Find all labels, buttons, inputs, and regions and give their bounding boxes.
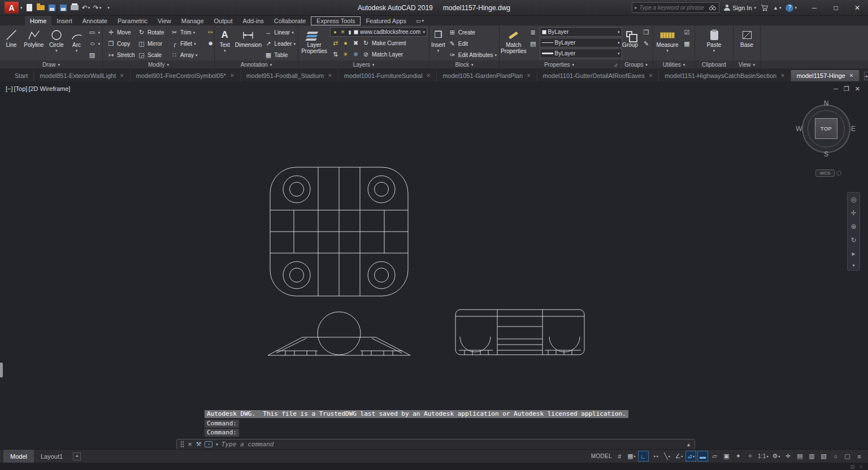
rotate-button[interactable]: ↻Rotate: [136, 27, 169, 38]
panel-title-view[interactable]: View▾: [734, 60, 760, 68]
text-button[interactable]: A Text ▾: [216, 27, 233, 60]
close-tab-icon[interactable]: ✕: [649, 73, 653, 79]
minimize-button[interactable]: ─: [804, 0, 825, 15]
clean-screen-icon[interactable]: ▢: [842, 451, 853, 462]
filter-icon[interactable]: ▧: [818, 451, 829, 462]
array-button[interactable]: ∷Array▾: [169, 49, 204, 60]
command-line-bar[interactable]: ✕ ⚒ › ▾ ▲: [176, 439, 695, 449]
ortho-mode-icon[interactable]: ∟: [638, 451, 649, 462]
measure-button[interactable]: Measure ▾: [654, 27, 680, 60]
osnap-tracking-icon[interactable]: ∠▾: [674, 451, 684, 462]
close-tab-icon[interactable]: ✕: [328, 73, 332, 79]
tab-parametric[interactable]: Parametric: [112, 16, 153, 25]
viewport-restore-icon[interactable]: ❐: [844, 85, 849, 93]
stretch-button[interactable]: ↦Stretch: [106, 49, 136, 60]
compass-south[interactable]: S: [822, 150, 831, 158]
close-tab-icon[interactable]: ✕: [230, 73, 235, 79]
arc-button[interactable]: Arc ▾: [68, 27, 86, 60]
compass-north[interactable]: N: [822, 99, 831, 107]
snap-mode-icon[interactable]: ▦▾: [626, 451, 637, 462]
panel-title-annotation[interactable]: Annotation▾: [215, 60, 298, 68]
tab-view[interactable]: View: [153, 16, 176, 25]
polar-tracking-icon[interactable]: ◔▾: [650, 451, 661, 462]
tab-featured-apps[interactable]: Featured Apps: [361, 16, 411, 25]
object-snap-icon[interactable]: ⊿▾: [685, 451, 696, 462]
command-close-icon[interactable]: ✕: [188, 441, 192, 447]
edit-block-button[interactable]: ✎Edit: [447, 38, 498, 49]
isolate-objects-icon[interactable]: ○: [830, 451, 841, 462]
grid-display-icon[interactable]: #: [614, 451, 625, 462]
viewport-view-control[interactable]: [Top]: [14, 85, 28, 92]
graphics-performance-icon[interactable]: ▥: [806, 451, 817, 462]
hatch-tool-button[interactable]: ▨: [87, 49, 102, 60]
doc-tab[interactable]: model1101-GutterDetailAtRoofEaves✕: [537, 70, 659, 81]
panel-title-clipboard[interactable]: Clipboard: [695, 60, 733, 68]
polyline-button[interactable]: Polyline: [23, 27, 45, 60]
new-layout-button[interactable]: +: [73, 452, 81, 460]
viewport-visual-style-control[interactable]: [2D Wireframe]: [28, 85, 70, 92]
tab-addins[interactable]: Add-ins: [238, 16, 269, 25]
viewport-menu-control[interactable]: [−]: [6, 85, 13, 92]
insert-block-button[interactable]: ❒ Insert ▾: [431, 27, 446, 60]
properties-palette-button[interactable]: ▤: [528, 38, 539, 49]
orbit-icon[interactable]: ↻: [850, 236, 856, 244]
quick-select-button[interactable]: ☑: [682, 27, 692, 38]
trim-button[interactable]: ✂Trim▾: [169, 27, 204, 38]
base-view-button[interactable]: Base: [736, 27, 758, 60]
search-arrow-icon[interactable]: ▸: [635, 5, 637, 10]
close-tab-icon[interactable]: ✕: [780, 73, 785, 79]
pan-icon[interactable]: ✛: [850, 209, 856, 217]
compass-west[interactable]: W: [795, 125, 804, 133]
redo-button[interactable]: ↷▾: [93, 3, 102, 13]
move-button[interactable]: ✛Move: [106, 27, 136, 38]
left-edge-handle[interactable]: [0, 363, 3, 377]
doc-tab[interactable]: model1001-FurnitureSundial✕: [338, 70, 437, 81]
command-prompt-icon[interactable]: ›: [205, 441, 212, 447]
panel-title-groups[interactable]: Groups▾: [619, 60, 653, 68]
layer-dropdown[interactable]: ● ☀ ▮ www.cadblocksfree.com ▾: [330, 27, 427, 37]
tab-annotate[interactable]: Annotate: [77, 16, 112, 25]
navbar-menu-icon[interactable]: ▾: [853, 263, 855, 267]
open-button[interactable]: [37, 3, 45, 13]
annotation-scale-button[interactable]: 1:1▾: [757, 451, 770, 462]
qat-customize-button[interactable]: ▾: [105, 3, 113, 13]
help-button[interactable]: ?▾: [785, 4, 797, 12]
annotation-monitor-icon[interactable]: ✛: [783, 451, 793, 462]
lineweight-icon[interactable]: ▬: [697, 451, 708, 462]
command-customize-icon[interactable]: ⚒: [196, 441, 201, 448]
copy-button[interactable]: ❐Copy: [106, 38, 136, 49]
tab-express-tools[interactable]: Express Tools: [311, 16, 361, 25]
tab-manage[interactable]: Manage: [176, 16, 209, 25]
annotation-autoscale-icon[interactable]: ✧: [745, 451, 756, 462]
object-color-dropdown[interactable]: ByLayer ▾: [540, 27, 622, 37]
command-drag-handle[interactable]: [180, 441, 184, 448]
save-button[interactable]: [48, 3, 57, 13]
paste-button[interactable]: Paste ▾: [703, 27, 726, 60]
match-layer-button[interactable]: ⇅☀❄⊘ Match Layer: [330, 49, 428, 60]
panel-title-properties[interactable]: Properties▾◿: [500, 60, 619, 68]
transparency-icon[interactable]: ▱: [709, 451, 720, 462]
dimension-button[interactable]: Dimension: [235, 27, 262, 60]
edit-attributes-button[interactable]: ✑Edit Attributes▾: [447, 49, 498, 60]
search-icon[interactable]: [709, 5, 717, 11]
properties-dialog-launcher[interactable]: ◿: [614, 63, 617, 67]
new-drawing-button[interactable]: [25, 3, 34, 13]
steering-wheel-icon[interactable]: ◎: [850, 195, 856, 203]
panel-title-utilities[interactable]: Utilities▾: [653, 60, 695, 68]
doc-tab[interactable]: model1151-HighwaysCatchBasinSection✕: [659, 70, 791, 81]
layer-properties-button[interactable]: Layer Properties: [300, 27, 329, 60]
linear-dimension-button[interactable]: ↔Linear▾: [263, 27, 297, 38]
annotation-visibility-icon[interactable]: ✦: [733, 451, 744, 462]
ellipse-tool-button[interactable]: ○▾: [87, 38, 102, 49]
circle-button[interactable]: Circle ▾: [46, 27, 67, 60]
doc-tab[interactable]: model951-Football_Stadium✕: [241, 70, 338, 81]
lineweight-dropdown[interactable]: ByLayer ▾: [540, 49, 622, 58]
close-button[interactable]: ✕: [847, 0, 868, 15]
model-tab[interactable]: Model: [3, 450, 34, 463]
command-input[interactable]: [222, 441, 683, 448]
panel-title-block[interactable]: Block▾: [429, 60, 499, 68]
make-current-button[interactable]: ⇄●✖↻ Make Current: [330, 37, 428, 49]
leader-button[interactable]: ↗Leader▾: [263, 38, 297, 49]
compass-east[interactable]: E: [849, 125, 858, 133]
tab-insert[interactable]: Insert: [51, 16, 77, 25]
